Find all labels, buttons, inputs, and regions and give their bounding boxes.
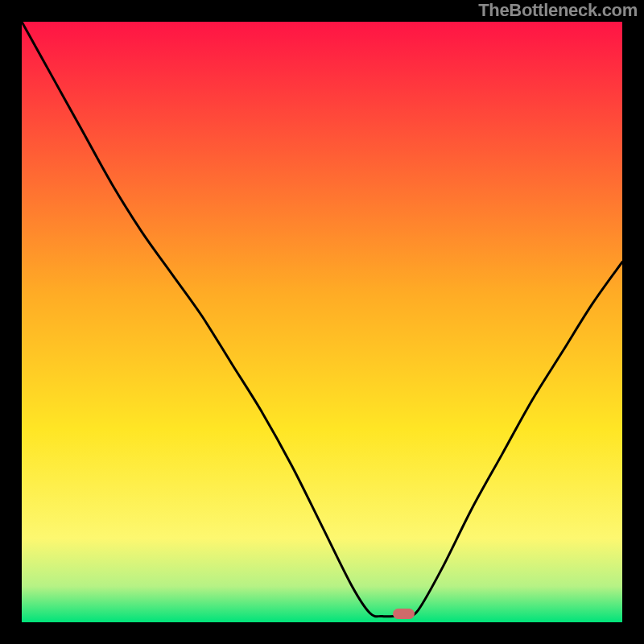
plot-area [22,22,622,622]
optimal-marker [393,609,415,619]
plot-svg [22,22,622,622]
watermark-text: TheBottleneck.com [478,0,638,21]
chart-canvas: TheBottleneck.com [0,0,644,644]
gradient-background [22,22,622,622]
